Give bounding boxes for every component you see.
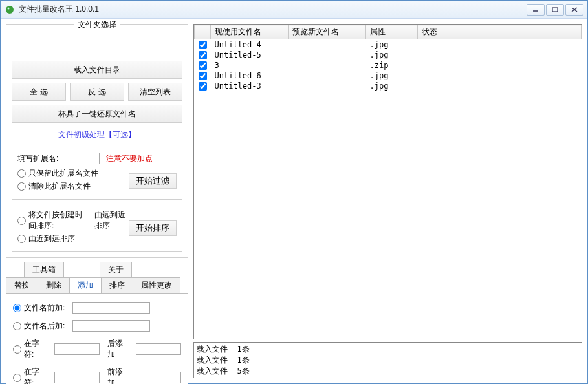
tab-attr[interactable]: 属性更改: [133, 277, 180, 293]
prefix-input[interactable]: [72, 302, 150, 314]
ext-input[interactable]: [61, 153, 100, 164]
tab-about[interactable]: 关于: [100, 262, 132, 277]
start-sort-button[interactable]: 开始排序: [129, 220, 177, 236]
ext-filter-group: 填写扩展名: 注意不要加点 只保留此扩展名文件 清除此扩展名文件 开始过滤: [12, 147, 182, 200]
row-checkbox[interactable]: [199, 41, 207, 49]
row-checkbox[interactable]: [199, 82, 207, 91]
after-char-radio[interactable]: [13, 345, 21, 354]
prefix-radio[interactable]: [13, 304, 21, 312]
tab-replace[interactable]: 替换: [6, 277, 38, 293]
ext-warning: 注意不要加点: [106, 153, 153, 164]
table-header[interactable]: 现使用文件名: [211, 25, 289, 39]
row-checkbox[interactable]: [199, 72, 207, 80]
load-dir-button[interactable]: 载入文件目录: [12, 61, 182, 79]
table-row[interactable]: Untitled-5.jpg: [195, 50, 582, 60]
folder-select-group: 文件夹选择 载入文件目录 全 选 反 选 清空列表 杯具了一键还原文件名 文件初…: [6, 24, 188, 258]
app-icon: [5, 5, 15, 15]
maximize-button[interactable]: [546, 4, 564, 16]
window-title: 文件批量改名王 1.0.0.1: [19, 4, 527, 15]
table-row[interactable]: 3.zip: [195, 60, 582, 70]
table-row[interactable]: Untitled-6.jpg: [195, 70, 582, 81]
start-filter-button[interactable]: 开始过滤: [129, 173, 177, 189]
suffix-input[interactable]: [72, 320, 150, 332]
ext-label: 填写扩展名:: [17, 153, 58, 164]
clear-list-button[interactable]: 清空列表: [128, 83, 182, 101]
tab-toolbox[interactable]: 工具箱: [24, 262, 64, 277]
svg-point-1: [8, 7, 10, 9]
tab-sort[interactable]: 排序: [101, 277, 133, 293]
table-header[interactable]: 状态: [418, 25, 582, 39]
table-row[interactable]: Untitled-3.jpg: [195, 81, 582, 91]
suffix-radio[interactable]: [13, 322, 21, 330]
svg-point-0: [6, 6, 14, 14]
sort-ctime-radio[interactable]: [17, 217, 26, 225]
before-char-radio[interactable]: [13, 374, 21, 382]
file-table[interactable]: 现使用文件名预览新文件名属性状态 Untitled-4.jpgUntitled-…: [193, 24, 582, 339]
close-button[interactable]: [565, 4, 583, 16]
titlebar: 文件批量改名王 1.0.0.1: [1, 1, 587, 19]
add-panel: 文件名前加: 文件名后加: 在字符: 后添加 在字符: 前添加 预 览 开 始: [6, 293, 188, 384]
row-checkbox[interactable]: [199, 51, 207, 59]
row-checkbox[interactable]: [199, 61, 207, 70]
table-header[interactable]: 属性: [366, 25, 418, 39]
svg-rect-3: [552, 8, 558, 12]
after-add-input[interactable]: [136, 343, 181, 355]
before-add-input[interactable]: [136, 372, 181, 383]
remove-ext-radio[interactable]: [17, 182, 26, 191]
primary-header: 文件初级处理【可选】: [12, 129, 182, 140]
tool-tabs: 工具箱 关于 替换 删除 添加 排序 属性更改 文件名前加: 文件名后加: 在字…: [6, 262, 188, 384]
sort-near-far-radio[interactable]: [17, 235, 26, 243]
tab-add[interactable]: 添加: [69, 277, 102, 293]
restore-names-button[interactable]: 杯具了一键还原文件名: [12, 105, 182, 123]
tab-delete[interactable]: 删除: [38, 277, 70, 293]
minimize-button[interactable]: [527, 4, 545, 16]
invert-select-button[interactable]: 反 选: [70, 83, 124, 101]
folder-group-legend: 文件夹选择: [74, 19, 120, 30]
log-output[interactable]: 载入文件 1条 载入文件 1条 载入文件 5条: [193, 342, 582, 378]
keep-ext-radio[interactable]: [17, 169, 26, 178]
before-char-input[interactable]: [54, 372, 100, 383]
after-char-input[interactable]: [54, 343, 100, 355]
table-header[interactable]: 预览新文件名: [289, 25, 366, 39]
sort-group: 将文件按创建时间排序: 由远到近排序 由近到远排序 开始排序: [12, 204, 182, 252]
select-all-button[interactable]: 全 选: [12, 83, 66, 101]
app-window: 文件批量改名王 1.0.0.1 文件夹选择 载入文件目录 全 选 反 选 清空列…: [0, 0, 588, 384]
table-row[interactable]: Untitled-4.jpg: [195, 39, 582, 50]
